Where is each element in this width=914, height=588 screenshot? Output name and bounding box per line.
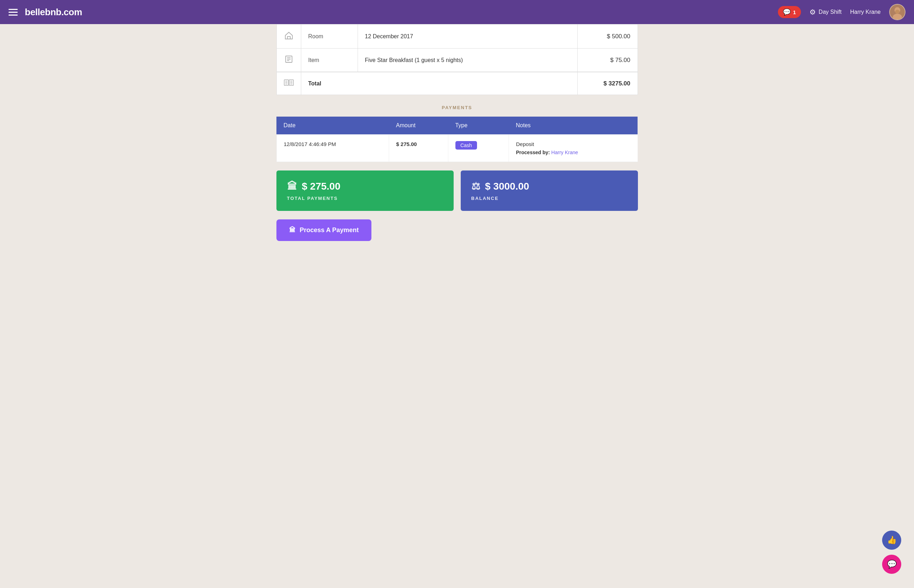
payments-header-row: Date Amount Type Notes <box>276 116 638 135</box>
invoice-row-item: Item Five Star Breakfast (1 guest x 5 ni… <box>276 48 638 72</box>
item-label: Item <box>301 48 358 72</box>
processed-by-name: Harry Krane <box>551 150 578 155</box>
total-payments-amount: 🏛 $ 275.00 <box>287 180 443 192</box>
notification-count: 1 <box>793 9 796 15</box>
room-description: 12 December 2017 <box>358 24 577 48</box>
shift-label: Day Shift <box>819 9 842 15</box>
total-label: Total <box>301 72 577 95</box>
user-name: Harry Krane <box>850 9 881 15</box>
process-btn-icon: 🏛 <box>289 226 296 234</box>
main-content: Room 12 December 2017 $ 500.00 Item Five… <box>269 24 645 255</box>
total-icon <box>276 72 301 95</box>
svg-point-2 <box>893 14 902 20</box>
payments-section-title: PAYMENTS <box>276 105 638 110</box>
invoice-row-room: Room 12 December 2017 $ 500.00 <box>276 24 638 48</box>
processed-by: Processed by: Harry Krane <box>516 150 578 155</box>
shift-indicator: ⚙ Day Shift <box>809 8 842 16</box>
process-payment-button[interactable]: 🏛 Process A Payment <box>276 220 372 241</box>
payment-note: Deposit <box>516 141 630 147</box>
svg-point-3 <box>895 10 900 14</box>
item-icon <box>276 48 301 72</box>
total-payments-card: 🏛 $ 275.00 TOTAL PAYMENTS <box>276 170 454 211</box>
payment-date: 12/8/2017 4:46:49 PM <box>276 135 389 162</box>
total-amount: $ 3275.00 <box>577 72 638 95</box>
payments-table: Date Amount Type Notes 12/8/2017 4:46:49… <box>276 116 638 162</box>
avatar <box>889 4 906 20</box>
scale-icon: ⚖ <box>472 180 480 192</box>
total-payments-value: $ 275.00 <box>302 181 341 192</box>
invoice-table: Room 12 December 2017 $ 500.00 Item Five… <box>276 24 638 95</box>
col-date: Date <box>276 116 389 135</box>
invoice-total-row: Total $ 3275.00 <box>276 72 638 95</box>
header-right: 💬 1 ⚙ Day Shift Harry Krane <box>778 4 906 20</box>
gear-icon: ⚙ <box>809 8 816 16</box>
process-btn-label: Process A Payment <box>300 226 359 234</box>
notification-badge[interactable]: 💬 1 <box>778 6 801 18</box>
room-icon <box>276 24 301 48</box>
payment-type: Cash <box>448 135 509 162</box>
balance-value: $ 3000.00 <box>485 181 530 192</box>
summary-cards: 🏛 $ 275.00 TOTAL PAYMENTS ⚖ $ 3000.00 BA… <box>276 170 638 211</box>
fab-container: 👍 💬 <box>882 531 901 574</box>
item-amount: $ 75.00 <box>577 48 638 72</box>
processed-by-label: Processed by: <box>516 150 550 155</box>
room-label: Room <box>301 24 358 48</box>
svg-rect-4 <box>287 37 290 39</box>
col-amount: Amount <box>389 116 448 135</box>
menu-button[interactable] <box>8 9 18 16</box>
payment-notes: Deposit Processed by: Harry Krane <box>509 135 638 162</box>
chat-bubble-icon: 💬 <box>783 8 791 16</box>
payment-row: 12/8/2017 4:46:49 PM $ 275.00 Cash Depos… <box>276 135 638 162</box>
header: bellebnb.com 💬 1 ⚙ Day Shift Harry Krane <box>0 0 914 24</box>
thumbs-up-icon: 👍 <box>887 536 897 545</box>
col-type: Type <box>448 116 509 135</box>
chat-fab-icon: 💬 <box>887 560 897 569</box>
room-amount: $ 500.00 <box>577 24 638 48</box>
balance-amount: ⚖ $ 3000.00 <box>472 180 627 192</box>
col-notes: Notes <box>509 116 638 135</box>
bank-icon: 🏛 <box>287 180 297 192</box>
cash-badge: Cash <box>455 141 477 150</box>
balance-card: ⚖ $ 3000.00 BALANCE <box>461 170 638 211</box>
logo: bellebnb.com <box>25 7 82 18</box>
chat-fab[interactable]: 💬 <box>882 555 901 574</box>
item-description: Five Star Breakfast (1 guest x 5 nights) <box>358 48 577 72</box>
payment-amount: $ 275.00 <box>389 135 448 162</box>
thumbs-up-fab[interactable]: 👍 <box>882 531 901 550</box>
total-payments-label: TOTAL PAYMENTS <box>287 195 443 201</box>
balance-label: BALANCE <box>472 195 627 201</box>
